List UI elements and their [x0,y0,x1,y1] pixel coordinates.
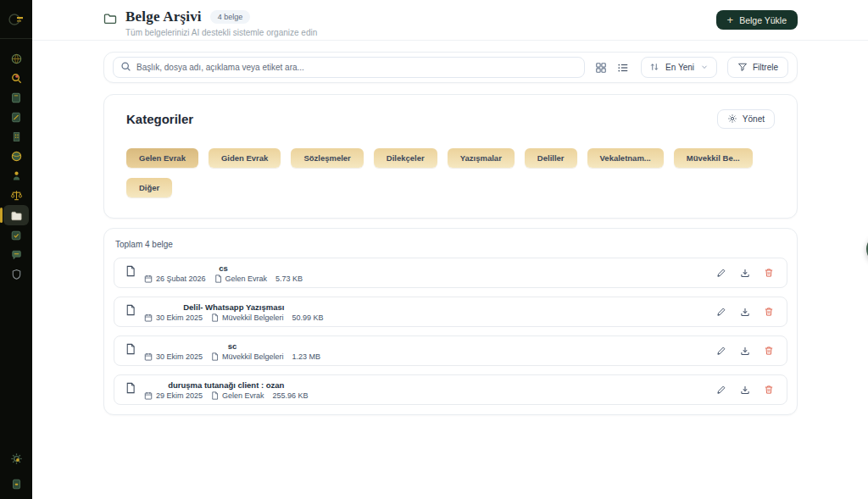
category-chip[interactable]: Yazışmalar [448,148,515,168]
category-chip[interactable]: Gelen Evrak [126,148,198,168]
plus-icon: + [727,14,734,25]
category-chip[interactable]: Dilekçeler [374,148,437,168]
main-area: Belge Arşivi 4 belge Tüm belgelerinizi A… [32,0,868,499]
row-actions [715,266,776,280]
document-info: sc 30 Ekim 2025 Müvekkil Belgeleri 1.23 … [144,341,320,361]
category-chip[interactable]: Diğer [126,178,172,197]
document-meta: 26 Şubat 2026 Gelen Evrak 5.73 KB [144,274,303,283]
search-box [113,57,585,78]
page-header: Belge Arşivi 4 belge Tüm belgelerinizi A… [32,0,868,41]
sidebar-item-globe-icon[interactable] [3,49,29,69]
sidebar-item-document-edit-icon[interactable] [3,108,29,127]
edit-pencil-icon[interactable] [715,305,728,319]
upload-document-button[interactable]: + Belge Yükle [716,10,798,30]
edit-pencil-icon[interactable] [715,344,728,358]
document-info: cs 26 Şubat 2026 Gelen Evrak 5.73 KB [144,263,303,283]
document-meta: 30 Ekim 2025 Müvekkil Belgeleri 50.99 KB [144,313,324,322]
calendar-icon [144,274,153,283]
download-icon[interactable] [738,266,752,280]
user-avatar[interactable] [3,474,29,494]
file-icon [211,352,219,361]
sidebar-item-scales-icon[interactable] [3,186,29,205]
sort-selected-label: En Yeni [665,63,694,72]
sidebar-item-search-icon[interactable] [3,69,29,88]
document-row[interactable]: duruşma tutanağı client : ozan 29 Ekim 2… [114,374,787,405]
file-icon [214,274,222,283]
sidebar-item-shield-icon[interactable] [3,264,29,284]
sort-dropdown[interactable]: En Yeni [641,57,717,78]
document-title: Delil- Whatsapp Yazışması [183,302,284,312]
document-category: Müvekkil Belgeleri [211,352,284,361]
document-file-icon [125,304,136,319]
download-icon[interactable] [738,383,752,396]
sidebar-bottom [0,449,32,494]
document-title: sc [228,341,237,351]
document-size: 1.23 MB [292,352,321,361]
calendar-icon [144,352,153,361]
document-size: 5.73 KB [275,274,303,283]
sidebar-item-building-icon[interactable] [3,127,29,147]
sidebar-item-tasks-icon[interactable] [3,225,29,245]
download-icon[interactable] [738,344,752,358]
filter-button-label: Filtrele [753,63,778,72]
sidebar-item-documents-folder-icon[interactable] [3,205,29,225]
document-row[interactable]: sc 30 Ekim 2025 Müvekkil Belgeleri 1.23 … [114,335,787,366]
page-title: Belge Arşivi [125,8,202,25]
row-actions [715,305,776,319]
gear-icon [727,114,737,125]
page-subtitle: Tüm belgelerinizi AI destekli sistemle o… [125,28,317,37]
chevron-down-icon [700,63,709,73]
document-meta: 29 Ekim 2025 Gelen Evrak 255.96 KB [144,391,309,400]
category-chip[interactable]: Müvekkil Be... [674,148,753,168]
list-view-icon[interactable] [615,60,631,75]
category-chip[interactable]: Vekaletnam... [587,148,664,168]
sidebar-item-chat-icon[interactable] [3,245,29,264]
edit-pencil-icon[interactable] [715,266,728,280]
download-icon[interactable] [738,305,752,319]
delete-trash-icon[interactable] [762,305,776,319]
app-window: Belge Arşivi 4 belge Tüm belgelerinizi A… [0,0,868,499]
content: En Yeni Filtrele Kategoriler [32,41,868,432]
sidebar-item-sphere-icon[interactable] [3,147,29,166]
settings-gear-icon[interactable] [3,449,29,469]
calendar-icon [144,391,153,400]
category-chip[interactable]: Giden Evrak [209,148,281,168]
sidebar-item-book-icon[interactable] [3,88,29,108]
search-input[interactable] [136,63,577,72]
manage-categories-button[interactable]: Yönet [717,109,775,129]
calendar-icon [144,313,153,322]
document-category: Gelen Evrak [211,391,264,400]
categories-title: Kategoriler [126,112,193,126]
document-title: cs [219,263,228,273]
document-category: Müvekkil Belgeleri [211,313,284,322]
delete-trash-icon[interactable] [762,383,776,396]
row-actions [715,344,776,358]
document-category: Gelen Evrak [214,274,268,283]
file-icon [211,391,219,400]
row-actions [715,383,776,396]
document-info: Delil- Whatsapp Yazışması 30 Ekim 2025 M… [144,302,324,322]
toolbar-card: En Yeni Filtrele [103,52,798,83]
document-meta: 30 Ekim 2025 Müvekkil Belgeleri 1.23 MB [144,352,320,361]
sidebar-item-person-icon[interactable] [3,166,29,186]
sidebar [0,0,32,499]
grid-view-icon[interactable] [593,60,609,75]
document-date: 30 Ekim 2025 [144,352,203,361]
app-logo-icon [7,8,25,31]
edit-pencil-icon[interactable] [715,383,728,396]
documents-total-label: Toplam 4 belge [115,240,787,249]
category-chip[interactable]: Sözleşmeler [291,148,363,168]
upload-button-label: Belge Yükle [739,15,787,25]
filter-button[interactable]: Filtrele [727,57,788,78]
sidebar-divider [0,38,32,39]
view-toggle-group [593,60,631,75]
document-row[interactable]: cs 26 Şubat 2026 Gelen Evrak 5.73 KB [114,258,787,288]
document-file-icon [125,382,136,397]
document-date: 29 Ekim 2025 [144,391,203,400]
document-count-badge: 4 belge [210,10,251,24]
delete-trash-icon[interactable] [762,266,776,280]
documents-card: Toplam 4 belge cs 26 Şubat 2026 Gelen Ev… [103,228,798,415]
document-row[interactable]: Delil- Whatsapp Yazışması 30 Ekim 2025 M… [114,297,787,327]
category-chip[interactable]: Deliller [525,148,577,168]
delete-trash-icon[interactable] [762,344,776,358]
